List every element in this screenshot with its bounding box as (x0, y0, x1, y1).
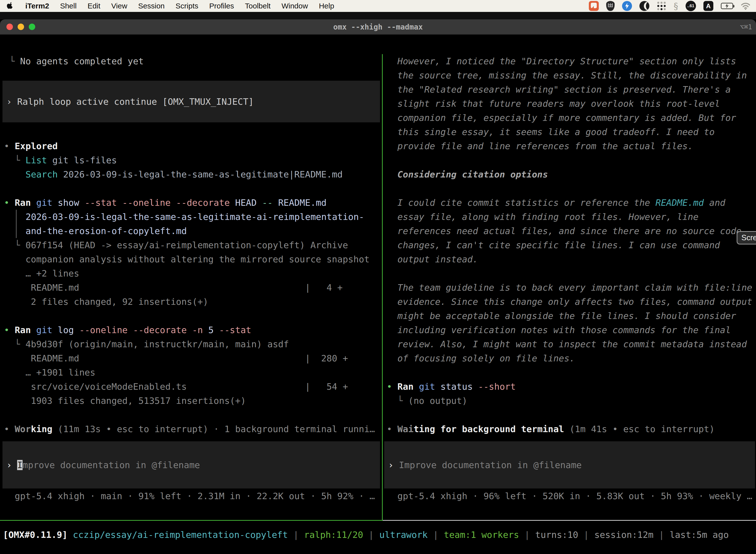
agents-status-line: └ No agents completed yet (4, 54, 380, 68)
desktop-background (0, 12, 756, 19)
git-show-command: • Ran git show --stat --oneline --decora… (4, 196, 380, 210)
window-title-bar[interactable]: omx --xhigh --madmax ⌥⌘1 (0, 19, 756, 35)
reasoning-line: essay file, along with finding root file… (387, 210, 755, 224)
menu-bar: iTerm2 Shell Edit View Session Scripts P… (0, 0, 756, 12)
input-source-icon[interactable]: A (703, 1, 713, 11)
menu-item-edit[interactable]: Edit (87, 2, 101, 10)
reasoning-line: the "Related research writing" section i… (387, 82, 755, 97)
reasoning-line: companion file, especially if more comme… (387, 111, 755, 125)
commit-line: └ 067f154 (HEAD -> essay/ai-reimplementa… (4, 238, 380, 252)
iterm2-window: omx --xhigh --madmax ⌥⌘1 └ No agents com… (0, 19, 756, 554)
inject-banner: › Ralph loop active continue [OMX_TMUX_I… (2, 81, 380, 122)
right-pane-border (383, 520, 756, 521)
screen-tooltip: Scre (737, 231, 756, 244)
left-pane: └ No agents completed yet › Ralph loop a… (0, 54, 382, 505)
omx-status-bar: [OMX#0.11.9] cczip/essay/ai-reimplementa… (3, 528, 756, 542)
waiting-status-line: • Waiting for background terminal (1m 41… (387, 422, 755, 436)
working-status-line: • Working (11m 13s • esc to interrupt) ·… (4, 422, 380, 436)
more-lines-indicator: … +2 lines (4, 266, 380, 280)
explored-list-line: └ List git ls-files (4, 153, 380, 167)
menu-items: iTerm2 Shell Edit View Session Scripts P… (0, 1, 334, 11)
reasoning-line: output instead. (387, 252, 755, 266)
reasoning-line: this single essay, it seems like a good … (387, 125, 755, 139)
more-lines-indicator: … +1901 lines (4, 365, 380, 380)
reasoning-line: the source tree, missing the essay. Stil… (387, 68, 755, 82)
badge-icon[interactable] (622, 1, 632, 11)
prompt-input-left[interactable]: › Improve documentation in @filename (2, 441, 380, 489)
terminal-content: └ No agents completed yet › Ralph loop a… (0, 35, 756, 554)
left-pane-border (0, 520, 382, 521)
model-status-line: gpt-5.4 xhigh · main · 91% left · 2.31M … (4, 489, 380, 503)
filename-wrap-line: 2026-03-09-is-legal-the-same-as-legitima… (25, 210, 380, 224)
menu-item-profiles[interactable]: Profiles (209, 2, 234, 10)
reasoning-heading: Considering citation options (387, 167, 755, 181)
filename-wrap-block: 2026-03-09-is-legal-the-same-as-legitima… (16, 210, 380, 238)
menu-item-help[interactable]: Help (319, 2, 334, 10)
log-commit-line: └ 4b9d30f (origin/main, instructkr/main,… (4, 337, 380, 351)
reasoning-line: including verification notes with those … (387, 323, 755, 337)
dots-grid-icon[interactable] (657, 1, 666, 11)
explored-header: • Explored (4, 139, 380, 153)
prompt-input-right[interactable]: › Improve documentation in @filename (384, 441, 755, 489)
menu-item-view[interactable]: View (111, 2, 127, 10)
explored-search-line: Search 2026-03-09-is-legal-the-same-as-l… (4, 167, 380, 181)
screen-tooltip-label: Scre (741, 233, 756, 242)
filename-wrap-line: and-the-erosion-of-copyleft.md (25, 224, 380, 238)
model-status-line: gpt-5.4 xhigh · 96% left · 520K in · 5.8… (387, 489, 755, 503)
reasoning-line: of focusing solely on file lines. (387, 351, 755, 365)
diffstat-readme: README.md | 4 + (4, 280, 380, 295)
no-output-line: └ (no output) (387, 394, 755, 408)
menu-item-session[interactable]: Session (138, 2, 165, 10)
crescent-app-icon[interactable] (639, 1, 649, 11)
diffstat-summary: 1903 files changed, 513517 insertions(+) (4, 394, 380, 408)
reasoning-line: references need actual files, and since … (387, 224, 755, 238)
reasoning-line: I could cite commit statistics or refere… (387, 196, 755, 210)
menu-item-shell[interactable]: Shell (60, 2, 77, 10)
reasoning-line: changes, I can't cite specific file line… (387, 238, 755, 252)
shield-icon[interactable] (606, 1, 615, 11)
reasoning-line: slight risk that future readers may over… (387, 97, 755, 111)
wifi-icon[interactable] (741, 1, 751, 11)
squiggle-icon[interactable]: § (674, 1, 678, 11)
right-pane: However, I noticed the "Directory Struct… (383, 54, 756, 505)
menu-item-window[interactable]: Window (281, 2, 308, 10)
git-log-command: • Ran git log --oneline --decorate -n 5 … (4, 323, 380, 337)
commit-message-wrap: companion analysis without altering the … (4, 252, 380, 266)
reasoning-line: review. Also, I might want to inspect th… (387, 337, 755, 351)
reasoning-line: The team guideline is to back every impo… (387, 280, 755, 295)
menu-status-icons: § ..61 A (589, 1, 756, 11)
usage-badge-icon[interactable]: ..61 (686, 1, 696, 11)
menu-item-iterm2[interactable]: iTerm2 (25, 2, 49, 10)
reasoning-line: might be acceptable alongside the file l… (387, 309, 755, 323)
reasoning-line: provide file and line references from th… (387, 139, 755, 153)
chat-app-icon[interactable] (589, 1, 599, 11)
git-status-command: • Ran git status --short (387, 380, 755, 394)
battery-icon[interactable] (721, 3, 733, 9)
window-title: omx --xhigh --madmax (0, 19, 756, 35)
reasoning-line: However, I noticed the "Directory Struct… (387, 54, 755, 68)
diffstat-voicemode: src/voice/voiceModeEnabled.ts | 54 + (4, 380, 380, 394)
window-shortcut: ⌥⌘1 (740, 19, 752, 35)
apple-menu-icon[interactable] (7, 1, 14, 11)
menu-item-toolbelt[interactable]: Toolbelt (245, 2, 271, 10)
diffstat-summary: 2 files changed, 92 insertions(+) (4, 295, 380, 309)
diffstat-readme-280: README.md | 280 + (4, 351, 380, 365)
reasoning-line: evidence. Since this change only affects… (387, 295, 755, 309)
menu-item-scripts[interactable]: Scripts (176, 2, 198, 10)
